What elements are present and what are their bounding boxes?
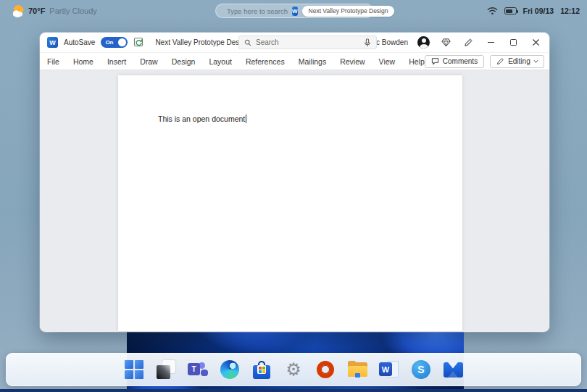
tab-insert[interactable]: Insert: [107, 57, 126, 66]
taskbar-icon-task-view[interactable]: [156, 359, 176, 380]
word-titlebar: W AutoSave On Next Valley Prototype Desi…: [40, 33, 549, 52]
windows-start-icon: [125, 360, 143, 379]
minimize-icon: [488, 42, 494, 43]
ribbon-tabs: File Home Insert Draw Design Layout Refe…: [47, 57, 425, 66]
taskbar-icon-teams[interactable]: T: [188, 359, 208, 380]
microsoft-store-icon: [253, 360, 270, 379]
microphone-icon[interactable]: [364, 38, 371, 47]
word-logo-icon[interactable]: W: [47, 37, 58, 48]
weather-widget: 70°F Partly Cloudy: [12, 0, 97, 22]
active-app-label: Next Valley Prototype Design: [309, 7, 388, 14]
comments-button[interactable]: Comments: [425, 55, 484, 68]
word-search-placeholder: Search: [256, 38, 279, 46]
tab-view[interactable]: View: [379, 57, 396, 66]
teams-icon: T: [188, 360, 208, 379]
taskbar: T ⚙ W S: [6, 353, 581, 386]
desktop-topbar: 70°F Partly Cloudy Type here to search W…: [0, 0, 587, 22]
chevron-down-icon: [533, 58, 538, 62]
skype-icon: S: [412, 360, 430, 379]
autosave-toggle-state: On: [105, 39, 113, 46]
text-cursor: [246, 114, 246, 123]
close-button[interactable]: [529, 36, 542, 49]
editing-mode-button[interactable]: Editing: [490, 55, 544, 68]
tab-file[interactable]: File: [47, 57, 59, 66]
weather-condition: Partly Cloudy: [49, 7, 96, 15]
autosave-toggle-knob: [118, 38, 126, 46]
tab-draw[interactable]: Draw: [140, 57, 158, 66]
titlebar-right-group: Zac Bowden: [367, 36, 542, 49]
maximize-button[interactable]: [507, 36, 520, 49]
tab-references[interactable]: References: [246, 57, 285, 66]
word-window: W AutoSave On Next Valley Prototype Desi…: [40, 33, 549, 332]
close-icon: [532, 38, 540, 46]
autosave-toggle[interactable]: On: [101, 37, 128, 48]
system-tray: Fri 09/13 12:12: [487, 0, 580, 22]
mail-icon: [444, 362, 463, 378]
editing-label: Editing: [508, 57, 530, 65]
word-app-icon: W: [292, 7, 298, 16]
weather-temperature: 70°F: [28, 7, 45, 15]
system-date[interactable]: Fri 09/13: [523, 7, 554, 15]
pencil-icon: [496, 57, 504, 65]
diamond-icon: [441, 38, 451, 47]
taskbar-icon-file-explorer[interactable]: [347, 359, 367, 380]
settings-gear-icon: ⚙: [286, 360, 301, 379]
diamond-button[interactable]: [439, 36, 452, 49]
maximize-icon: [510, 39, 517, 46]
user-avatar[interactable]: [417, 36, 430, 49]
wifi-icon[interactable]: [487, 7, 498, 15]
office-icon: [317, 361, 334, 378]
file-explorer-icon: [348, 361, 367, 378]
edge-icon: [220, 360, 239, 379]
word-ribbon: File Home Insert Draw Design Layout Refe…: [40, 52, 549, 70]
tab-help[interactable]: Help: [409, 57, 425, 66]
battery-icon[interactable]: [504, 7, 517, 14]
document-canvas: This is an open document: [40, 70, 549, 331]
taskbar-icon-word[interactable]: W: [379, 359, 399, 380]
word-search-box[interactable]: Search: [238, 36, 377, 49]
ribbon-right-group: Comments Editing Share: [425, 55, 549, 68]
autosave-label: AutoSave: [64, 38, 95, 46]
tab-design[interactable]: Design: [172, 57, 196, 66]
tab-mailings[interactable]: Mailings: [299, 57, 327, 66]
document-text-line: This is an open document: [158, 114, 246, 123]
desktop-search-placeholder: Type here to search: [227, 7, 288, 15]
save-sync-icon[interactable]: [133, 37, 145, 48]
taskbar-icon-skype[interactable]: S: [411, 359, 431, 380]
pen-button[interactable]: [462, 36, 475, 49]
taskbar-icon-edge[interactable]: [220, 359, 240, 380]
tab-review[interactable]: Review: [340, 57, 365, 66]
comments-label: Comments: [443, 57, 478, 65]
word-icon: W: [379, 360, 399, 379]
minimize-button[interactable]: [484, 36, 497, 49]
taskbar-icon-mail[interactable]: [443, 359, 463, 380]
system-time[interactable]: 12:12: [560, 7, 580, 15]
taskbar-icon-microsoft-store[interactable]: [251, 359, 272, 380]
tab-layout[interactable]: Layout: [209, 57, 232, 66]
comment-icon: [431, 57, 439, 65]
pen-icon: [464, 38, 473, 47]
taskbar-icon-settings[interactable]: ⚙: [283, 359, 304, 380]
document-body-text: This is an open document: [158, 114, 245, 123]
tab-home[interactable]: Home: [73, 57, 93, 66]
search-icon: [244, 39, 251, 46]
partly-cloudy-icon: [12, 5, 24, 17]
document-page[interactable]: This is an open document: [118, 75, 462, 331]
desktop-search-bar[interactable]: Type here to search W Next Valley Protot…: [215, 4, 373, 18]
task-view-icon: [157, 360, 175, 379]
active-app-pill[interactable]: Next Valley Prototype Design: [302, 6, 395, 17]
wallpaper-bottom-edge: [0, 389, 587, 392]
taskbar-icon-start[interactable]: [124, 359, 144, 380]
taskbar-icon-office[interactable]: [315, 359, 336, 380]
